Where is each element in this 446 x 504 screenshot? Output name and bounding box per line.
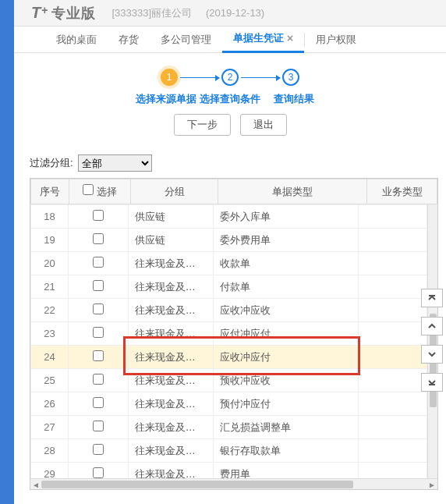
step-1-label: 选择来源单据 [134, 92, 198, 106]
tab-bar: 我的桌面 存货 多公司管理 单据生凭证 × 用户权限 [14, 27, 446, 53]
cell-group: 往来现金及… [128, 439, 213, 463]
filter-label: 过滤分组: [30, 156, 73, 170]
row-checkbox[interactable] [93, 303, 104, 314]
cell-checkbox[interactable] [69, 439, 129, 463]
company-label: [333333]丽佳公司 [112, 6, 192, 20]
cell-doc-type: 汇兑损益调整单 [214, 416, 359, 439]
app-header: T + 专业版 [333333]丽佳公司 (2019-12-13) [14, 0, 446, 27]
cell-seq: 21 [31, 275, 69, 299]
arrow-icon [241, 77, 280, 78]
cell-seq: 28 [31, 439, 69, 463]
tab-multi-company[interactable]: 多公司管理 [150, 27, 222, 53]
row-checkbox[interactable] [93, 210, 104, 221]
horizontal-scrollbar[interactable]: ◄ ► [30, 478, 437, 489]
scroll-thumb[interactable] [41, 481, 353, 488]
table-row[interactable]: 27往来现金及…汇兑损益调整单 [31, 416, 427, 439]
table-row[interactable]: 24往来现金及…应收冲应付 [31, 346, 427, 369]
table-row[interactable]: 25往来现金及…预收冲应收 [31, 369, 427, 392]
table-row[interactable]: 18供应链委外入库单 [31, 205, 427, 229]
cell-checkbox[interactable] [69, 463, 129, 480]
tab-desktop[interactable]: 我的桌面 [45, 27, 108, 53]
scroll-left-icon[interactable]: ◄ [30, 479, 41, 490]
th-biz-type[interactable]: 业务类型 [367, 179, 437, 204]
cell-seq: 25 [31, 369, 69, 392]
exit-button[interactable]: 退出 [240, 114, 287, 136]
th-group[interactable]: 分组 [130, 179, 218, 204]
cell-group: 往来现金及… [128, 252, 213, 275]
cell-seq: 19 [31, 229, 69, 252]
row-checkbox[interactable] [93, 374, 104, 385]
th-doc-type[interactable]: 单据类型 [218, 179, 367, 204]
cell-checkbox[interactable] [69, 299, 129, 322]
step-1-circle[interactable]: 1 [161, 69, 178, 86]
scroll-right-icon[interactable]: ► [427, 479, 437, 490]
logo-t: T [31, 4, 41, 22]
row-checkbox[interactable] [93, 280, 104, 291]
header-date: (2019-12-13) [206, 7, 264, 19]
wizard-steps: 1 2 3 选择来源单据 选择查询条件 查询结果 下一步 退出 [14, 61, 446, 135]
cell-doc-type: 应收冲应收 [214, 299, 359, 322]
row-checkbox[interactable] [93, 467, 104, 478]
cell-checkbox[interactable] [69, 369, 129, 392]
cell-checkbox[interactable] [69, 229, 129, 252]
cell-group: 往来现金及… [128, 299, 213, 322]
row-checkbox[interactable] [93, 257, 104, 268]
cell-checkbox[interactable] [69, 252, 129, 275]
row-checkbox[interactable] [93, 397, 104, 408]
table-row[interactable]: 19供应链委外费用单 [31, 229, 427, 252]
next-button[interactable]: 下一步 [174, 114, 231, 136]
cell-checkbox[interactable] [69, 346, 129, 369]
th-select[interactable]: 选择 [69, 179, 131, 204]
row-checkbox[interactable] [93, 421, 104, 431]
side-nav-buttons [415, 289, 446, 392]
prev-button[interactable] [421, 317, 443, 335]
arrow-icon [180, 77, 219, 78]
step-2-circle[interactable]: 2 [221, 69, 239, 86]
next-button-nav[interactable] [421, 345, 443, 364]
close-icon[interactable]: × [287, 32, 293, 44]
last-button[interactable] [421, 373, 443, 392]
cell-seq: 26 [31, 392, 69, 416]
cell-seq: 24 [31, 346, 69, 369]
table-row[interactable]: 28往来现金及…银行存取款单 [31, 439, 427, 463]
first-button[interactable] [421, 289, 443, 307]
cell-checkbox[interactable] [69, 392, 129, 416]
step-2-label: 选择查询条件 [198, 92, 262, 106]
select-all-checkbox[interactable] [83, 184, 94, 195]
cell-doc-type: 费用单 [214, 463, 359, 480]
th-seq[interactable]: 序号 [31, 179, 69, 204]
table-row[interactable]: 22往来现金及…应收冲应收 [31, 299, 427, 322]
table-row[interactable]: 20往来现金及…收款单 [31, 252, 427, 275]
cell-doc-type: 预收冲应收 [214, 369, 359, 392]
cell-biz-type [359, 416, 427, 439]
cell-checkbox[interactable] [69, 416, 129, 439]
cell-checkbox[interactable] [69, 205, 129, 229]
cell-biz-type [359, 252, 427, 275]
table-row[interactable]: 26往来现金及…预付冲应付 [31, 392, 427, 416]
table-row[interactable]: 21往来现金及…付款单 [31, 275, 427, 299]
tab-inventory[interactable]: 存货 [108, 27, 150, 53]
table-body-scroll[interactable]: 18供应链委外入库单19供应链委外费用单20往来现金及…收款单21往来现金及…付… [30, 204, 427, 479]
row-checkbox[interactable] [93, 233, 104, 244]
row-checkbox[interactable] [93, 350, 104, 361]
cell-doc-type: 委外入库单 [214, 205, 359, 229]
cell-seq: 20 [31, 252, 69, 275]
cell-checkbox[interactable] [69, 322, 129, 346]
tab-voucher[interactable]: 单据生凭证 × [222, 27, 304, 53]
step-3-label: 查询结果 [262, 92, 326, 106]
cell-group: 供应链 [128, 205, 213, 229]
table-row[interactable]: 29往来现金及…费用单 [31, 463, 427, 480]
left-accent-bar [0, 0, 14, 504]
cell-biz-type [359, 205, 427, 229]
row-checkbox[interactable] [93, 444, 104, 455]
filter-group-select[interactable]: 全部 [78, 154, 152, 172]
row-checkbox[interactable] [93, 327, 104, 338]
step-3-circle[interactable]: 3 [282, 69, 299, 86]
table-row[interactable]: 23往来现金及…应付冲应付 [31, 322, 427, 346]
cell-checkbox[interactable] [69, 275, 129, 299]
tab-permissions[interactable]: 用户权限 [305, 27, 367, 53]
cell-doc-type: 应收冲应付 [214, 346, 359, 369]
cell-doc-type: 委外费用单 [214, 229, 359, 252]
cell-doc-type: 预付冲应付 [214, 392, 359, 416]
filter-row: 过滤分组: 全部 [30, 154, 152, 172]
